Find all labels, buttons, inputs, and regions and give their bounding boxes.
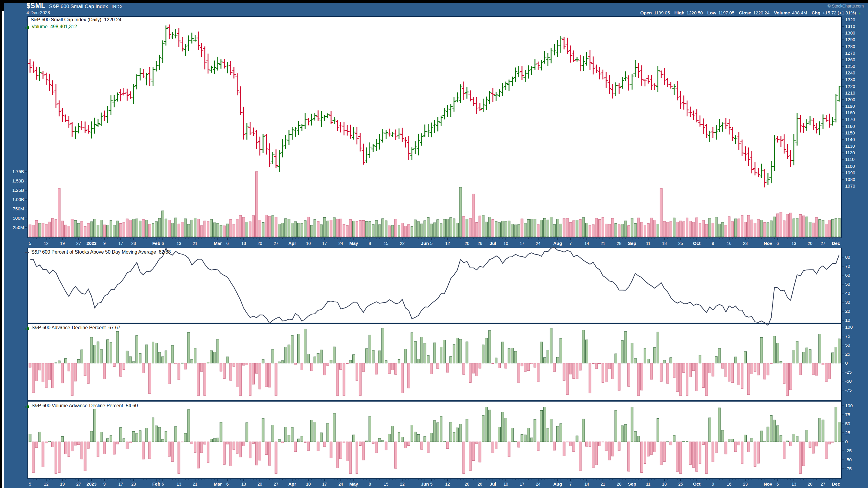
price-bar-open-tick xyxy=(355,133,357,134)
date-minor-tick xyxy=(703,238,704,239)
date-label: 5 xyxy=(430,482,433,487)
volume-ad-percent-bar xyxy=(278,440,281,442)
volume-ad-percent-bar xyxy=(314,422,316,442)
price-bar xyxy=(314,113,315,120)
price-bar-close-tick xyxy=(603,78,604,78)
price-bar-open-tick xyxy=(200,47,202,48)
price-bar-open-tick xyxy=(290,134,292,134)
ad-percent-bar xyxy=(641,363,643,390)
date-minor-tick xyxy=(295,238,296,239)
volume-bar xyxy=(45,224,48,237)
price-bar-close-tick xyxy=(53,92,54,92)
volume-ad-percent-bar xyxy=(142,442,145,459)
price-bar xyxy=(415,141,416,154)
price-bar-open-tick xyxy=(808,122,810,122)
ad-percent-bar xyxy=(395,363,397,374)
price-bar-open-tick xyxy=(471,99,473,100)
price-bar-close-tick xyxy=(315,115,316,116)
ad-percent-bar xyxy=(767,363,769,375)
date-minor-tick xyxy=(716,479,716,480)
volume-ad-percent-bar xyxy=(466,419,468,442)
ad-percent-bar xyxy=(670,358,672,363)
ad-percent-bar xyxy=(485,338,488,363)
date-minor-tick xyxy=(347,479,347,480)
date-label: 27 xyxy=(76,482,81,487)
price-bar xyxy=(52,80,53,95)
stockcharts-credit: © StockCharts.com xyxy=(828,4,864,8)
price-bar-close-tick xyxy=(590,62,592,63)
price-bar xyxy=(188,35,189,51)
date-week-tick xyxy=(479,479,480,481)
ad-percent-bar xyxy=(242,363,245,365)
ad-axis-label: -75 xyxy=(845,387,852,393)
date-minor-tick xyxy=(635,238,636,239)
date-label: 14 xyxy=(585,482,589,487)
price-bar-open-tick xyxy=(48,80,50,80)
ad-percent-bar xyxy=(654,348,656,363)
volume-axis-tick xyxy=(25,181,28,181)
price-bar-open-tick xyxy=(294,130,296,130)
price-bar-open-tick xyxy=(530,69,532,69)
volume-ad-percent-bar xyxy=(495,442,497,449)
date-label: Nov xyxy=(764,241,773,246)
price-bar xyxy=(133,84,134,104)
volume-ad-percent-bar xyxy=(521,434,523,442)
volume-bar xyxy=(97,225,99,237)
price-bar xyxy=(82,121,82,130)
price-bar xyxy=(395,129,396,140)
volume-bar xyxy=(132,219,135,237)
date-week-tick xyxy=(777,479,778,481)
date-minor-tick xyxy=(829,479,830,480)
price-bar xyxy=(376,139,377,151)
price-bar-open-tick xyxy=(242,112,244,113)
volume-bar xyxy=(472,194,474,237)
date-week-tick xyxy=(217,479,218,481)
price-bar-open-tick xyxy=(659,71,661,72)
date-label: Dec xyxy=(832,241,840,246)
price-bar-open-tick xyxy=(789,155,790,156)
volume-ad-percent-bar xyxy=(676,442,679,471)
price-bar xyxy=(195,35,195,42)
ad-percent-bar xyxy=(715,357,717,363)
volume-ad-percent-bar xyxy=(812,442,814,453)
date-minor-tick xyxy=(95,238,95,239)
price-bar-open-tick xyxy=(792,160,794,161)
ad-percent-bar xyxy=(233,363,235,366)
date-label: 17 xyxy=(118,482,123,487)
volume-axis-tick xyxy=(25,227,28,228)
volume-bar xyxy=(569,223,572,237)
quote-label: Close xyxy=(739,10,751,15)
volume-ad-percent-bar xyxy=(734,442,737,452)
volume-ad-percent-bar xyxy=(744,435,746,442)
date-minor-tick xyxy=(651,479,651,480)
ad-percent-bar xyxy=(404,349,407,363)
date-week-tick xyxy=(308,479,309,481)
volume-ad-percent-bar xyxy=(220,422,222,442)
ad-axis-tick xyxy=(842,354,844,354)
price-bar-open-tick xyxy=(32,66,33,66)
ad-percent-bar xyxy=(547,350,549,363)
price-bar-open-tick xyxy=(170,37,173,37)
date-minor-tick xyxy=(638,479,639,480)
ad-percent-bar xyxy=(553,363,556,371)
date-week-tick xyxy=(340,479,341,481)
date-label: 24 xyxy=(536,241,540,246)
volume-bar xyxy=(165,219,167,237)
price-bar-open-tick xyxy=(598,71,600,71)
volume-bar xyxy=(802,216,805,237)
volume-ad-percent-bar xyxy=(501,412,504,442)
date-week-tick xyxy=(369,479,370,481)
price-bar xyxy=(182,37,183,52)
price-bar-open-tick xyxy=(35,70,37,71)
price-bar xyxy=(800,115,801,133)
date-label: 16 xyxy=(727,482,732,487)
volume-bar xyxy=(181,222,183,237)
date-minor-tick xyxy=(813,479,813,480)
price-bar-open-tick xyxy=(378,143,380,144)
volume-ad-percent-bar xyxy=(346,442,348,461)
volume-ad-percent-bar xyxy=(595,442,598,465)
ad-percent-bar xyxy=(126,351,128,363)
price-bar-close-tick xyxy=(134,87,135,87)
date-minor-tick xyxy=(661,238,661,239)
ad-percent-bar xyxy=(686,363,688,396)
